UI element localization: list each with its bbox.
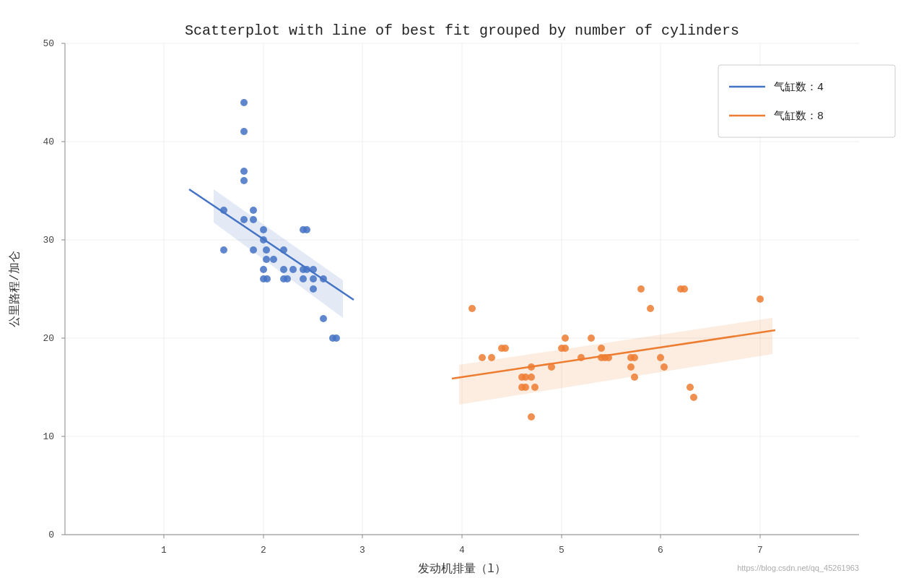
y-tick-10: 10 xyxy=(43,431,54,442)
x-tick-7: 7 xyxy=(757,545,763,556)
svg-point-16 xyxy=(240,216,248,223)
svg-point-49 xyxy=(468,305,476,312)
svg-point-35 xyxy=(280,275,287,282)
svg-point-33 xyxy=(280,266,287,273)
x-tick-4: 4 xyxy=(459,545,465,556)
y-tick-50: 50 xyxy=(43,38,54,49)
svg-point-38 xyxy=(303,226,310,233)
y-tick-30: 30 xyxy=(43,235,54,246)
svg-point-77 xyxy=(647,305,654,312)
svg-point-43 xyxy=(310,275,317,282)
svg-point-78 xyxy=(657,354,664,361)
svg-point-41 xyxy=(300,275,307,282)
y-tick-20: 20 xyxy=(43,333,54,344)
y-tick-0: 0 xyxy=(48,530,54,540)
svg-point-75 xyxy=(631,374,638,381)
svg-point-76 xyxy=(637,285,645,293)
svg-point-23 xyxy=(250,246,257,254)
svg-point-70 xyxy=(598,354,605,361)
svg-point-61 xyxy=(528,413,535,420)
svg-point-59 xyxy=(528,363,535,371)
svg-point-48 xyxy=(333,335,340,342)
x-axis-label: 发动机排量（l） xyxy=(418,562,506,576)
svg-point-36 xyxy=(289,266,297,273)
svg-point-19 xyxy=(240,168,248,175)
svg-point-32 xyxy=(280,246,287,254)
legend-blue-label: 气缸数：4 xyxy=(774,81,824,94)
svg-point-65 xyxy=(562,345,569,352)
svg-point-22 xyxy=(250,216,257,223)
svg-point-50 xyxy=(479,354,486,361)
svg-point-24 xyxy=(260,226,267,233)
svg-point-82 xyxy=(687,384,694,391)
svg-point-44 xyxy=(310,285,317,293)
x-tick-1: 1 xyxy=(161,545,167,556)
svg-point-42 xyxy=(310,266,317,273)
svg-point-28 xyxy=(260,266,267,273)
svg-point-26 xyxy=(263,246,270,254)
svg-point-53 xyxy=(502,345,509,352)
svg-point-31 xyxy=(270,256,277,263)
svg-point-45 xyxy=(320,275,327,282)
legend-orange-label: 气缸数：8 xyxy=(774,110,824,123)
svg-point-30 xyxy=(263,275,271,282)
x-tick-2: 2 xyxy=(261,545,266,556)
svg-point-58 xyxy=(528,374,535,381)
svg-point-81 xyxy=(681,285,688,293)
x-tick-3: 3 xyxy=(359,545,365,556)
watermark-text: https://blog.csdn.net/qq_45261963 xyxy=(737,564,859,572)
y-axis-label: 公里路程/加仑 xyxy=(8,251,22,327)
svg-point-57 xyxy=(522,384,529,391)
svg-point-27 xyxy=(263,256,270,263)
svg-point-71 xyxy=(605,354,612,361)
svg-point-84 xyxy=(757,296,764,303)
svg-point-17 xyxy=(240,99,248,106)
chart-title: Scatterplot with line of best fit groupe… xyxy=(185,22,739,39)
svg-point-40 xyxy=(303,266,310,273)
x-tick-5: 5 xyxy=(559,545,565,556)
svg-point-51 xyxy=(488,354,495,361)
svg-point-21 xyxy=(250,207,257,214)
svg-point-46 xyxy=(320,315,327,322)
svg-point-67 xyxy=(588,335,595,342)
legend-box xyxy=(718,65,895,137)
svg-point-68 xyxy=(598,345,605,352)
svg-point-66 xyxy=(578,354,585,361)
chart-container: Scatterplot with line of best fit groupe… xyxy=(0,0,924,578)
svg-point-25 xyxy=(260,236,267,243)
svg-point-83 xyxy=(690,394,697,401)
svg-point-20 xyxy=(240,177,248,184)
svg-point-64 xyxy=(562,335,569,342)
svg-point-60 xyxy=(531,384,539,391)
svg-point-14 xyxy=(220,246,227,254)
svg-point-62 xyxy=(548,363,555,371)
svg-point-79 xyxy=(661,363,668,371)
scatter-plot: Scatterplot with line of best fit groupe… xyxy=(0,0,924,578)
svg-point-15 xyxy=(220,207,227,214)
svg-point-73 xyxy=(631,354,638,361)
x-tick-6: 6 xyxy=(658,545,663,556)
y-tick-40: 40 xyxy=(43,137,54,147)
svg-point-74 xyxy=(627,363,635,371)
svg-point-18 xyxy=(240,128,248,135)
